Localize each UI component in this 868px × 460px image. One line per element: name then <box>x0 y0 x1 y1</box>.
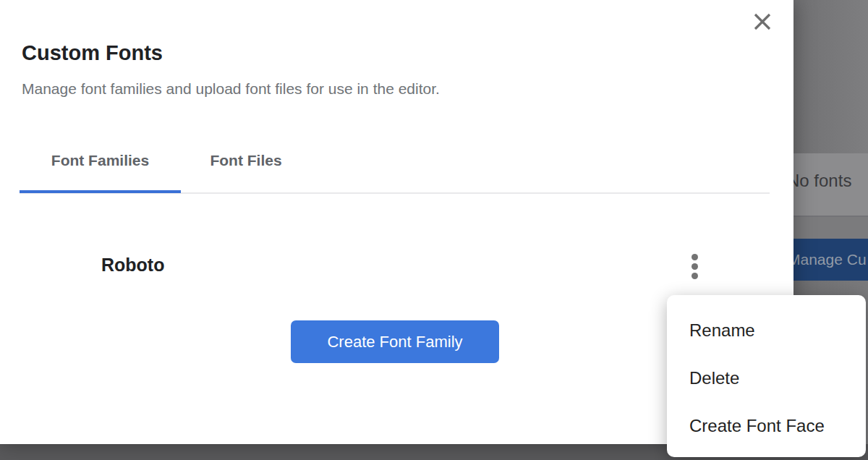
no-fonts-text: No fonts <box>793 171 851 191</box>
active-tab-indicator <box>20 190 181 193</box>
menu-item-rename[interactable]: Rename <box>667 307 866 354</box>
dialog-title: Custom Fonts <box>22 41 163 65</box>
screen: No fonts Manage Cu Custom Fonts Manage f… <box>0 0 868 460</box>
font-family-context-menu: Rename Delete Create Font Face <box>667 295 866 457</box>
close-icon <box>753 12 772 31</box>
kebab-menu-icon <box>692 254 698 260</box>
dialog-subtitle: Manage font families and upload font fil… <box>22 80 440 98</box>
create-font-family-button[interactable]: Create Font Family <box>291 320 499 363</box>
font-family-name: Roboto <box>101 255 164 276</box>
manage-custom-fonts-button-dimmed: Manage Cu <box>793 239 868 281</box>
dimmed-no-fonts-card: No fonts <box>793 153 868 216</box>
create-font-family-button-label: Create Font Family <box>327 333 462 352</box>
tab-font-families[interactable]: Font Families <box>20 143 181 178</box>
font-family-list-item: Roboto <box>0 239 793 294</box>
menu-item-delete[interactable]: Delete <box>667 354 866 402</box>
manage-custom-fonts-button-label: Manage Cu <box>793 251 867 268</box>
menu-item-create-font-face[interactable]: Create Font Face <box>667 402 866 450</box>
tab-font-files[interactable]: Font Files <box>181 143 311 178</box>
dimmed-page-header-area <box>793 0 868 153</box>
dimmed-page-gap <box>793 217 868 239</box>
close-button[interactable] <box>749 9 775 35</box>
kebab-menu-icon <box>692 263 698 270</box>
kebab-menu-icon <box>692 273 698 279</box>
font-family-options-button[interactable] <box>684 249 705 284</box>
